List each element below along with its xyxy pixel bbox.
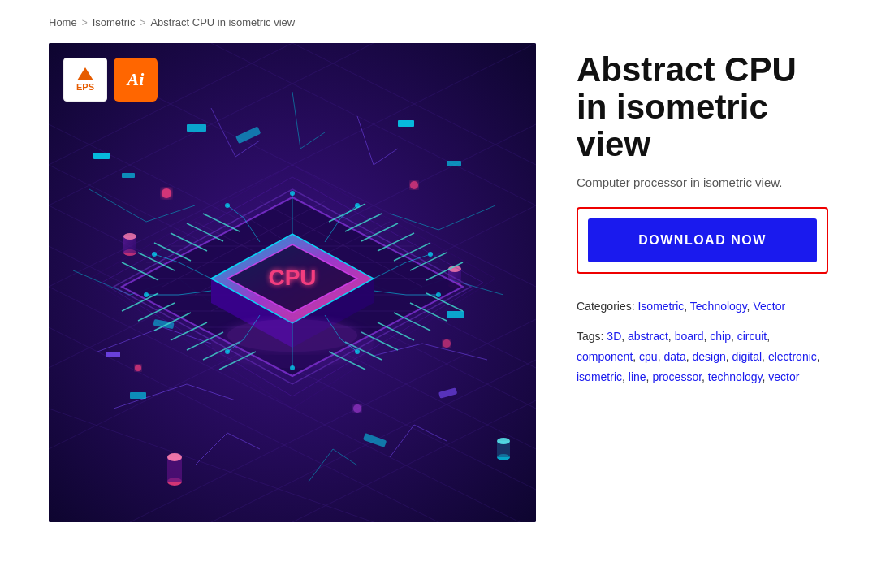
svg-rect-26 — [130, 392, 146, 399]
svg-point-105 — [355, 349, 360, 354]
svg-point-110 — [353, 404, 361, 413]
svg-point-35 — [167, 453, 182, 461]
svg-point-97 — [144, 292, 149, 297]
categories-section: Categories: Isometric, Technology, Vecto… — [577, 296, 828, 317]
product-subtitle: Computer processor in isometric view. — [577, 175, 828, 189]
svg-rect-24 — [447, 311, 464, 318]
ai-badge: Ai — [114, 58, 158, 102]
svg-point-106 — [162, 188, 171, 198]
eps-label: EPS — [76, 82, 94, 92]
svg-point-109 — [135, 365, 141, 371]
cpu-illustration: CPU — [49, 43, 536, 522]
tag-link[interactable]: circuit — [737, 330, 767, 343]
tag-link[interactable]: line — [629, 370, 646, 383]
tag-link[interactable]: 3D — [607, 330, 621, 343]
download-button[interactable]: DOWNLOAD NOW — [588, 218, 817, 262]
breadcrumb-sep1: > — [82, 17, 88, 28]
breadcrumb-home[interactable]: Home — [49, 16, 77, 28]
tags-label: Tags: — [577, 330, 603, 343]
info-panel: Abstract CPU in isometric view Computer … — [577, 43, 828, 397]
svg-point-96 — [152, 252, 157, 257]
breadcrumb-sep2: > — [140, 17, 145, 28]
tag-link[interactable]: design — [692, 350, 725, 363]
tag-link[interactable]: isometric — [577, 370, 622, 383]
breadcrumb: Home > Isometric > Abstract CPU in isome… — [49, 16, 828, 28]
svg-rect-21 — [187, 124, 206, 132]
tag-link[interactable]: electronic — [768, 350, 817, 363]
tags-section: Tags: 3D, abstract, board, chip, circuit… — [577, 326, 828, 388]
categories-label: Categories: — [577, 300, 635, 313]
svg-rect-22 — [398, 120, 414, 127]
eps-badge: EPS — [63, 58, 107, 102]
svg-rect-19 — [93, 153, 110, 159]
tag-link[interactable]: abstract — [628, 330, 668, 343]
tag-link[interactable]: board — [675, 330, 704, 343]
tag-link[interactable]: data — [663, 350, 685, 363]
eps-icon — [77, 67, 93, 80]
svg-rect-25 — [106, 352, 120, 357]
svg-point-103 — [225, 349, 230, 354]
tag-link[interactable]: digital — [732, 350, 763, 363]
tags-links: 3D, abstract, board, chip, circuit, comp… — [577, 330, 820, 383]
svg-point-98 — [428, 252, 433, 257]
product-title: Abstract CPU in isometric view — [577, 51, 828, 164]
tag-link[interactable]: technology — [708, 370, 763, 383]
main-content: EPS Ai — [49, 43, 828, 522]
svg-point-101 — [290, 191, 295, 196]
svg-point-102 — [355, 203, 360, 208]
svg-point-100 — [225, 203, 230, 208]
tag-link[interactable]: chip — [710, 330, 731, 343]
breadcrumb-current: Abstract CPU in isometric view — [150, 16, 295, 28]
categories-links: Isometric, Technology, Vector — [637, 300, 785, 313]
tag-link[interactable]: cpu — [639, 350, 658, 363]
image-badges: EPS Ai — [63, 58, 158, 102]
svg-rect-23 — [447, 161, 461, 166]
product-image-container: EPS Ai — [49, 43, 536, 522]
category-link[interactable]: Isometric — [637, 300, 684, 313]
svg-point-108 — [443, 339, 451, 348]
svg-point-38 — [497, 438, 510, 444]
svg-text:CPU: CPU — [268, 265, 316, 290]
svg-rect-20 — [122, 173, 135, 178]
tag-link[interactable]: vector — [768, 370, 799, 383]
download-area: DOWNLOAD NOW — [577, 207, 828, 274]
svg-point-107 — [410, 181, 418, 189]
breadcrumb-isometric[interactable]: Isometric — [93, 16, 136, 28]
svg-point-29 — [123, 233, 136, 240]
svg-point-104 — [290, 365, 295, 370]
tag-link[interactable]: processor — [652, 370, 702, 383]
tag-link[interactable]: component — [577, 350, 633, 363]
ai-label: Ai — [127, 69, 145, 90]
page-wrapper: Home > Isometric > Abstract CPU in isome… — [0, 0, 877, 538]
category-link[interactable]: Technology — [690, 300, 747, 313]
svg-point-99 — [436, 292, 441, 297]
category-link[interactable]: Vector — [753, 300, 785, 313]
